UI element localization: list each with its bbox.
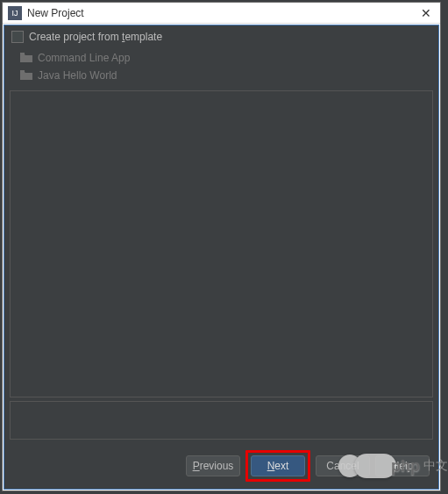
new-project-dialog: IJ New Project ✕ Create project from tem… — [2, 2, 441, 491]
template-item-java-hello-world[interactable]: Java Hello World — [17, 68, 426, 83]
annotation-highlight: Next — [245, 450, 310, 482]
description-panel — [10, 401, 433, 440]
btn-hotkey: P — [193, 460, 200, 472]
dialog-body: Create project from template Command Lin… — [4, 25, 439, 490]
folder-icon — [20, 70, 32, 81]
template-preview-panel — [10, 90, 433, 397]
template-item-label: Java Hello World — [38, 69, 117, 82]
help-button[interactable]: Help — [375, 455, 430, 476]
create-from-template-checkbox[interactable] — [11, 31, 24, 43]
label-suffix: emplate — [124, 31, 162, 43]
template-item-label: Command Line App — [38, 52, 130, 64]
close-icon[interactable]: ✕ — [417, 4, 435, 22]
label-prefix: Create project from — [29, 31, 122, 43]
next-button[interactable]: Next — [251, 455, 305, 476]
cancel-button[interactable]: Cancel — [316, 455, 370, 476]
app-icon: IJ — [8, 6, 22, 20]
titlebar: IJ New Project ✕ — [3, 3, 440, 24]
btn-rest: ext — [274, 460, 288, 472]
template-item-command-line-app[interactable]: Command Line App — [17, 50, 426, 66]
window-title: New Project — [27, 7, 417, 19]
template-checkbox-row: Create project from template — [4, 25, 438, 48]
dialog-button-row: Previous Next Cancel Help — [4, 443, 438, 489]
previous-button[interactable]: Previous — [186, 455, 240, 476]
btn-rest: revious — [200, 460, 234, 472]
folder-icon — [20, 53, 32, 63]
btn-hotkey: N — [267, 460, 275, 472]
template-list: Command Line App Java Hello World — [4, 48, 438, 87]
create-from-template-label: Create project from template — [29, 31, 162, 43]
